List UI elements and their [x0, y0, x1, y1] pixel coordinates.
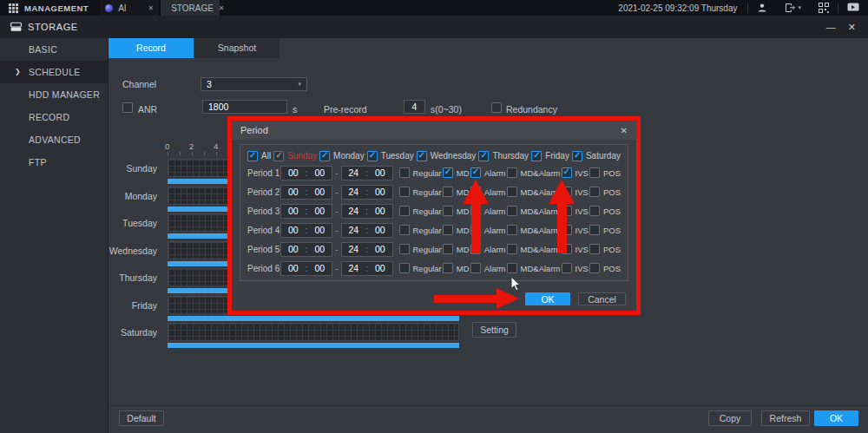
day-toggle-all[interactable]: All	[247, 151, 271, 161]
start-time-field[interactable]: 00:00	[280, 223, 332, 238]
checkbox-regular[interactable]	[399, 263, 410, 273]
option-regular[interactable]: Regular	[399, 263, 442, 273]
tab-storage-close-icon[interactable]: ✕	[219, 4, 225, 12]
refresh-button[interactable]: Refresh	[761, 410, 810, 426]
tab-ai-close-icon[interactable]: ✕	[148, 4, 154, 12]
end-time-field[interactable]: 24:00	[341, 242, 393, 257]
end-time-field[interactable]: 24:00	[341, 204, 393, 219]
management-launcher[interactable]: MANAGEMENT	[0, 0, 99, 16]
option-md-alarm[interactable]: MD&Alarm	[507, 263, 561, 273]
anr-input[interactable]: 1800	[202, 100, 287, 114]
checkbox-day-sunday[interactable]	[273, 151, 284, 161]
option-md[interactable]: MD	[443, 263, 470, 273]
checkbox-day-thursday[interactable]	[478, 151, 489, 161]
pre-record-input[interactable]: 4	[404, 100, 425, 114]
option-md[interactable]: MD	[443, 167, 470, 178]
checkbox-regular[interactable]	[399, 244, 410, 254]
checkbox-ivs[interactable]	[562, 263, 572, 273]
checkbox-md[interactable]	[443, 206, 453, 216]
option-ivs[interactable]: IVS	[562, 263, 589, 273]
day-toggle-sunday[interactable]: Sunday	[273, 151, 317, 161]
end-time-field[interactable]: 24:00	[341, 261, 393, 276]
channel-dropdown[interactable]: 3 ▾	[201, 77, 307, 91]
option-regular[interactable]: Regular	[399, 167, 442, 178]
option-regular[interactable]: Regular	[399, 225, 442, 235]
redundancy-checkbox[interactable]	[491, 102, 502, 113]
saturday-setting-button[interactable]: Setting	[472, 322, 516, 338]
option-alarm[interactable]: Alarm	[470, 167, 506, 178]
end-time-field[interactable]: 24:00	[341, 166, 393, 180]
minimize-icon[interactable]: —	[826, 22, 836, 32]
checkbox-day-monday[interactable]	[319, 151, 330, 161]
checkbox-md-alarm[interactable]	[507, 167, 517, 178]
start-time-field[interactable]: 00:00	[280, 166, 332, 180]
end-time-field[interactable]: 24:00	[341, 185, 393, 200]
checkbox-day-all[interactable]	[247, 151, 258, 161]
checkbox-md[interactable]	[443, 263, 453, 273]
sidebar-item-record[interactable]: RECORD	[0, 106, 108, 128]
qr-code-button[interactable]	[810, 3, 838, 13]
tab-snapshot-subpage[interactable]: Snapshot	[194, 38, 279, 58]
checkbox-md-alarm[interactable]	[507, 263, 517, 273]
start-time-field[interactable]: 00:00	[280, 261, 332, 276]
tab-record-subpage[interactable]: Record	[108, 38, 194, 58]
start-time-field[interactable]: 00:00	[280, 185, 332, 200]
preview-button[interactable]	[838, 3, 868, 13]
schedule-row-saturday[interactable]	[168, 323, 459, 348]
option-regular[interactable]: Regular	[399, 244, 442, 254]
checkbox-md-alarm[interactable]	[507, 225, 517, 235]
checkbox-md[interactable]	[443, 225, 453, 235]
checkbox-ivs[interactable]	[562, 167, 572, 178]
start-time-field[interactable]: 00:00	[280, 242, 332, 257]
option-ivs[interactable]: IVS	[562, 167, 589, 178]
ok-button[interactable]: OK	[814, 410, 858, 426]
checkbox-alarm[interactable]	[470, 167, 481, 178]
day-toggle-wednesday[interactable]: Wednesday	[417, 151, 477, 161]
start-time-field[interactable]: 00:00	[280, 204, 332, 219]
option-regular[interactable]: Regular	[399, 187, 442, 197]
user-account-button[interactable]	[748, 3, 776, 13]
checkbox-pos[interactable]	[589, 167, 600, 178]
period-ok-button[interactable]: OK	[525, 292, 570, 305]
checkbox-pos[interactable]	[589, 206, 600, 216]
sidebar-item-ftp[interactable]: FTP	[0, 151, 108, 174]
option-pos[interactable]: POS	[589, 187, 621, 197]
option-md-alarm[interactable]: MD&Alarm	[507, 167, 561, 178]
day-toggle-saturday[interactable]: Saturday	[572, 151, 621, 161]
checkbox-day-wednesday[interactable]	[417, 151, 427, 161]
checkbox-md-alarm[interactable]	[507, 206, 517, 216]
checkbox-pos[interactable]	[589, 263, 600, 273]
checkbox-md[interactable]	[443, 167, 453, 178]
checkbox-pos[interactable]	[589, 225, 600, 235]
close-icon[interactable]: ✕	[848, 22, 856, 33]
checkbox-md-alarm[interactable]	[507, 244, 517, 254]
option-alarm[interactable]: Alarm	[470, 263, 506, 273]
checkbox-md-alarm[interactable]	[507, 187, 517, 197]
checkbox-regular[interactable]	[399, 167, 410, 178]
option-pos[interactable]: POS	[589, 206, 621, 216]
checkbox-day-saturday[interactable]	[572, 151, 582, 161]
sidebar-item-basic[interactable]: BASIC	[0, 38, 108, 61]
day-toggle-tuesday[interactable]: Tuesday	[367, 151, 414, 161]
option-pos[interactable]: POS	[589, 263, 621, 273]
schedule-band[interactable]	[168, 323, 459, 341]
sidebar-item-hdd-manager[interactable]: HDD MANAGER	[0, 83, 108, 106]
checkbox-regular[interactable]	[399, 206, 410, 216]
checkbox-alarm[interactable]	[470, 263, 481, 273]
day-toggle-monday[interactable]: Monday	[319, 151, 365, 161]
day-toggle-friday[interactable]: Friday	[531, 151, 569, 161]
option-regular[interactable]: Regular	[399, 206, 442, 216]
sidebar-item-advanced[interactable]: ADVANCED	[0, 128, 108, 151]
logout-button[interactable]: ▾	[776, 3, 810, 13]
copy-button[interactable]: Copy	[708, 410, 752, 426]
tab-storage[interactable]: STORAGE ✕	[160, 0, 220, 16]
end-time-field[interactable]: 24:00	[341, 223, 393, 238]
checkbox-pos[interactable]	[589, 244, 600, 254]
checkbox-day-tuesday[interactable]	[367, 151, 378, 161]
tab-ai[interactable]: AI ✕	[99, 0, 160, 16]
day-toggle-thursday[interactable]: Thursday	[478, 151, 529, 161]
period-cancel-button[interactable]: Cancel	[578, 292, 626, 305]
option-pos[interactable]: POS	[589, 244, 621, 254]
sidebar-item-schedule[interactable]: ❯SCHEDULE	[0, 61, 108, 83]
option-pos[interactable]: POS	[589, 225, 621, 235]
